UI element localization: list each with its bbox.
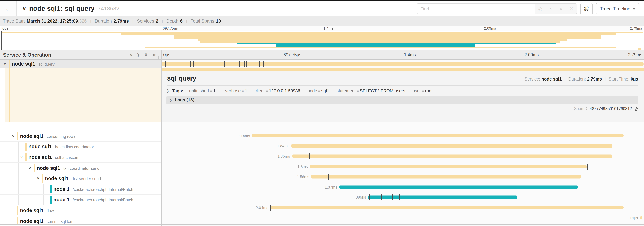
tag-item: node=sql1: [304, 88, 333, 93]
next-result-icon[interactable]: ∨: [556, 6, 566, 11]
span-bar-row[interactable]: 1.37ms: [162, 182, 644, 192]
span-detail-panel: sql query Service: node sql1|Duration: 2…: [162, 71, 644, 121]
tree-row[interactable]: ∨node sql1sql query: [0, 60, 161, 69]
log-tick: [516, 194, 516, 200]
summary-label: Duration: [95, 19, 112, 24]
grid-line: [282, 192, 282, 202]
row-chevron-icon[interactable]: ∨: [4, 62, 6, 66]
span-bar-row[interactable]: 14μs: [162, 213, 644, 223]
tree-guide: [10, 141, 10, 152]
span-duration-label: 1.37ms: [325, 185, 337, 189]
span-bar[interactable]: [270, 206, 624, 209]
span-bar-row[interactable]: 1.85ms: [162, 151, 644, 161]
tree-row[interactable]: ∨node sql1txn coordinator send: [0, 163, 161, 173]
logs-row[interactable]: ❯ Logs (18): [166, 96, 638, 104]
deep-link-icon[interactable]: [634, 106, 639, 111]
tree-row[interactable]: node 1/cockroach.roachpb.Internal/Batch: [0, 184, 161, 194]
time-tick-label: 1.4ms: [324, 26, 333, 30]
collapse-trace-chevron-icon[interactable]: ∨: [22, 6, 26, 12]
tag-list: _unfinished=1_verbose=1client=127.0.0.1:…: [187, 88, 436, 93]
back-button[interactable]: ←: [0, 2, 17, 16]
summary-separator: |: [186, 19, 187, 24]
span-bar-row[interactable]: 886μs: [162, 192, 644, 202]
row-service-name: node sql1consuming rows: [20, 133, 76, 139]
span-bar[interactable]: [311, 175, 581, 178]
log-tick: [247, 61, 247, 67]
tree-row[interactable]: ∨node sql1dist sender send: [0, 173, 161, 184]
log-tick: [309, 153, 309, 159]
span-bar-row[interactable]: 1.84ms: [162, 141, 644, 151]
span-bar[interactable]: [291, 144, 612, 148]
span-bar[interactable]: [252, 134, 624, 137]
time-tick-label: 2.09ms: [524, 52, 539, 57]
minimap-range-handle-left[interactable]: [1, 31, 2, 50]
span-duration-label: 1.6ms: [298, 164, 308, 168]
span-duration-label: 14μs: [630, 216, 638, 220]
log-tick: [165, 61, 166, 67]
log-tick: [239, 61, 240, 67]
clear-search-icon[interactable]: ✕: [566, 6, 576, 11]
span-bar[interactable]: [640, 216, 642, 219]
row-operation-name: colbatchscan: [55, 155, 78, 160]
tags-row[interactable]: ❯ Tags: _unfinished=1_verbose=1client=12…: [162, 86, 644, 93]
span-bar-row[interactable]: 2.04ms: [162, 202, 644, 213]
log-tick: [587, 163, 588, 169]
tree-guide: [2, 141, 2, 152]
logs-expand-icon[interactable]: ❯: [169, 98, 172, 102]
trace-view-selector[interactable]: Trace Timeline ∨: [596, 3, 640, 14]
row-chevron-icon[interactable]: ∨: [20, 155, 23, 159]
summary-value: March 31 2022, 17:25:09.326: [27, 19, 87, 24]
span-bar-row[interactable]: 1.6ms: [162, 161, 644, 172]
detail-span-title: sql query: [167, 75, 196, 82]
tree-guide: [18, 184, 19, 194]
tree-row[interactable]: node sql1flow: [0, 205, 161, 216]
row-chevron-icon[interactable]: ∨: [28, 166, 31, 170]
span-bar[interactable]: [368, 196, 517, 199]
span-bar[interactable]: [292, 154, 612, 158]
expand-one-icon[interactable]: ❯: [136, 52, 140, 57]
collapse-one-icon[interactable]: ∨: [130, 52, 133, 57]
row-operation-name: consuming rows: [46, 134, 76, 138]
expand-all-icon[interactable]: ≫: [152, 52, 156, 57]
tree-row[interactable]: node sql1batch flow coordinator: [0, 141, 161, 152]
tree-guide: [10, 205, 10, 215]
log-tick: [244, 61, 245, 67]
row-color-accent: [25, 153, 27, 161]
trace-minimap[interactable]: [1, 31, 643, 50]
tree-guide: [18, 194, 19, 205]
tree-controls: ∨ ❯ ≫ ≫: [126, 52, 156, 57]
minimap-range-handle-right[interactable]: [642, 31, 643, 50]
tree-guide: [18, 173, 19, 184]
tree-guide: [2, 184, 2, 194]
time-tick-label: 1.4ms: [404, 52, 416, 57]
tree-row[interactable]: node 1/cockroach.roachpb.Internal/Batch: [0, 194, 161, 205]
tags-expand-icon[interactable]: ❯: [166, 89, 169, 93]
collapse-all-icon[interactable]: ≫: [144, 53, 148, 57]
row-service-name: node sql1dist sender send: [45, 176, 101, 181]
log-tick: [512, 194, 513, 200]
span-bar[interactable]: [310, 165, 587, 168]
tree-guide: [27, 194, 27, 205]
row-chevron-icon[interactable]: ∨: [12, 134, 14, 138]
tree-guide: [2, 205, 2, 215]
span-bar-row[interactable]: [162, 60, 644, 68]
tree-row[interactable]: ∨node sql1colbatchscan: [0, 152, 161, 163]
column-resize-handle[interactable]: [158, 56, 160, 59]
summary-label: Depth: [166, 19, 178, 24]
row-color-accent: [34, 164, 35, 172]
tree-row[interactable]: ∨node sql1consuming rows: [0, 131, 161, 141]
top-bar: ← ∨ node sql1: sql query 7418682 ◎ ∧ ∨ ✕…: [0, 2, 644, 16]
span-duration-label: 1.84ms: [277, 144, 290, 148]
bottom-scroll-edge[interactable]: [0, 223, 644, 224]
span-bar[interactable]: [339, 185, 578, 189]
span-bar[interactable]: [162, 62, 644, 66]
find-input[interactable]: [416, 4, 535, 14]
row-chevron-icon[interactable]: ∨: [37, 176, 40, 181]
tag-item: client=127.0.0.1:59936: [251, 88, 304, 93]
prev-result-icon[interactable]: ∧: [546, 6, 556, 11]
span-bar-row[interactable]: 2.14ms: [162, 131, 644, 141]
timeline-column: 0μs697.75μs1.4ms2.09ms2.79ms 2.14ms1.84m…: [162, 50, 644, 226]
locate-icon[interactable]: ◎: [535, 6, 546, 11]
span-bar-row[interactable]: 1.56ms: [162, 172, 644, 182]
keyboard-shortcuts-button[interactable]: ⌘: [580, 3, 592, 14]
